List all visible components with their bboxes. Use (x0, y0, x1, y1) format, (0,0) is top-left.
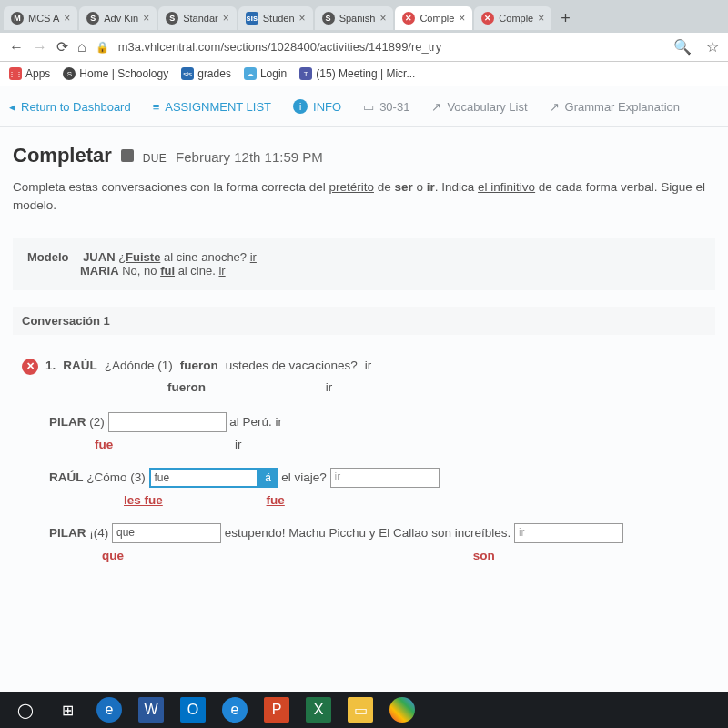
correction-text: son (473, 549, 495, 562)
edge-icon[interactable]: e (96, 697, 122, 723)
apps-icon: ⋮⋮ (9, 67, 22, 80)
chevron-left-icon: ◂ (9, 100, 15, 114)
new-tab-button[interactable]: + (553, 5, 578, 32)
bm-label-3: Login (260, 67, 287, 80)
tab-label-1: Adv Kin (104, 13, 138, 24)
vocab-link[interactable]: ↗Vocabulary List (431, 100, 527, 114)
modelo-answer: Fuiste (126, 250, 160, 264)
tab-5-active[interactable]: ✕Comple× (395, 6, 472, 30)
instr-underline: el infinitivo (478, 180, 535, 194)
favicon-2: S (166, 12, 178, 25)
correction-text: que (102, 549, 124, 562)
external-icon: ↗ (550, 100, 560, 114)
return-dashboard-link[interactable]: ◂Return to Dashboard (9, 100, 131, 114)
bm-label-0: Apps (25, 67, 50, 80)
answer-input-2[interactable] (108, 412, 227, 432)
login-icon: ☁ (244, 67, 257, 80)
task-view-icon[interactable]: ⊞ (55, 697, 80, 723)
calendar-icon (121, 149, 134, 162)
close-icon[interactable]: × (299, 12, 306, 25)
modelo-answer: fui (160, 264, 175, 278)
teams-icon: T (299, 67, 312, 80)
bookmark-schoology[interactable]: SHome | Schoology (63, 67, 168, 80)
home-icon[interactable]: ⌂ (77, 39, 86, 56)
modelo-text: al cine anoche? (160, 250, 249, 264)
word-icon[interactable]: W (138, 697, 164, 723)
close-icon[interactable]: × (223, 12, 229, 25)
tab-6[interactable]: ✕Comple× (474, 6, 551, 30)
modelo-speaker: JUAN (83, 250, 115, 264)
tab-4[interactable]: SSpanish× (315, 6, 394, 30)
star-icon[interactable]: ☆ (706, 38, 719, 56)
bookmarks-bar: ⋮⋮Apps SHome | Schoology sisgrades ☁Logi… (0, 62, 728, 86)
assignment-label: ASSIGNMENT LIST (165, 100, 271, 114)
url-text[interactable]: m3a.vhlcentral.com/sections/1028400/acti… (118, 40, 659, 54)
pages-link[interactable]: ▭30-31 (363, 100, 410, 114)
tab-0[interactable]: MMCS A× (4, 6, 77, 30)
q-text: ¡(4) (86, 525, 113, 539)
q-text: ¿Adónde (1) (105, 359, 173, 372)
answer-input-4b[interactable]: ir (514, 523, 623, 543)
instr-text: de (374, 180, 395, 194)
wrong-icon: ✕ (22, 359, 38, 375)
schoology-icon: S (63, 67, 76, 80)
favicon-3: sis (246, 12, 258, 25)
tab-label-0: MCS A (28, 13, 59, 24)
lock-icon: 🔒 (96, 41, 109, 54)
tab-2[interactable]: SStandar× (158, 6, 237, 30)
forward-icon[interactable]: → (33, 39, 47, 56)
apps-button[interactable]: ⋮⋮Apps (9, 67, 50, 80)
file-explorer-icon[interactable]: ▭ (348, 697, 373, 723)
q-text: ustedes de vacaciones? (226, 359, 358, 372)
tab-label-5: Comple (420, 13, 454, 24)
close-icon[interactable]: × (459, 12, 465, 25)
bookmark-grades[interactable]: sisgrades (181, 67, 231, 80)
close-icon[interactable]: × (538, 12, 544, 25)
bookmark-meeting[interactable]: T(15) Meeting | Micr... (299, 67, 415, 80)
external-icon: ↗ (431, 100, 441, 114)
conversation-label: Conversación 1 (13, 307, 715, 335)
assignment-list-link[interactable]: ≡ASSIGNMENT LIST (153, 100, 271, 114)
reload-icon[interactable]: ⟳ (56, 38, 68, 56)
chrome-icon[interactable] (389, 697, 415, 723)
close-icon[interactable]: × (64, 12, 70, 25)
activity-nav: ◂Return to Dashboard ≡ASSIGNMENT LIST iI… (0, 86, 728, 127)
instr-bold: ser (394, 180, 412, 194)
address-bar: ← → ⟳ ⌂ 🔒 m3a.vhlcentral.com/sections/10… (0, 33, 728, 62)
q-text: al Perú. (227, 414, 276, 428)
infinitive-text: ir (365, 359, 372, 372)
q-text: estupendo! Machu Picchu y El Callao son … (221, 525, 514, 539)
zoom-icon[interactable]: 🔍 (673, 38, 692, 56)
ie-icon[interactable]: e (222, 697, 248, 723)
back-icon[interactable]: ← (9, 39, 24, 56)
start-button[interactable]: ◯ (13, 697, 38, 723)
answer-input-3b[interactable]: ir (330, 468, 440, 488)
book-icon: ▭ (363, 100, 374, 114)
close-icon[interactable]: × (143, 12, 149, 25)
browser-chrome: MMCS A× SAdv Kin× SStandar× sisStuden× S… (0, 0, 728, 86)
due-date: February 12th 11:59 PM (176, 149, 323, 165)
info-icon: i (293, 99, 308, 114)
tab-1[interactable]: SAdv Kin× (79, 6, 157, 30)
modelo-speaker: MARIA (80, 264, 119, 278)
outlook-icon[interactable]: O (180, 697, 206, 723)
accent-button[interactable]: á (258, 468, 278, 488)
modelo-box: Modelo JUAN ¿Fuiste al cine anoche? ir M… (13, 238, 715, 290)
instr-underline: pretérito (329, 180, 374, 194)
question-number: 1. (46, 359, 56, 372)
bookmark-login[interactable]: ☁Login (244, 67, 287, 80)
close-icon[interactable]: × (379, 12, 386, 25)
answer-input-4a[interactable]: que (112, 523, 221, 543)
grammar-link[interactable]: ↗Grammar Explanation (550, 100, 680, 114)
speaker-label: RAÚL (63, 359, 97, 372)
return-label: Return to Dashboard (21, 100, 131, 114)
powerpoint-icon[interactable]: P (264, 697, 289, 723)
answer-input-3a[interactable]: fue (149, 468, 258, 488)
modelo-label: Modelo (27, 250, 69, 264)
modelo-infinitive: ir (218, 264, 225, 278)
info-link[interactable]: iINFO (293, 99, 341, 114)
excel-icon[interactable]: X (306, 697, 331, 723)
tab-3[interactable]: sisStuden× (238, 6, 313, 30)
speaker-label: PILAR (49, 414, 86, 428)
instr-text: . Indica (435, 180, 478, 194)
